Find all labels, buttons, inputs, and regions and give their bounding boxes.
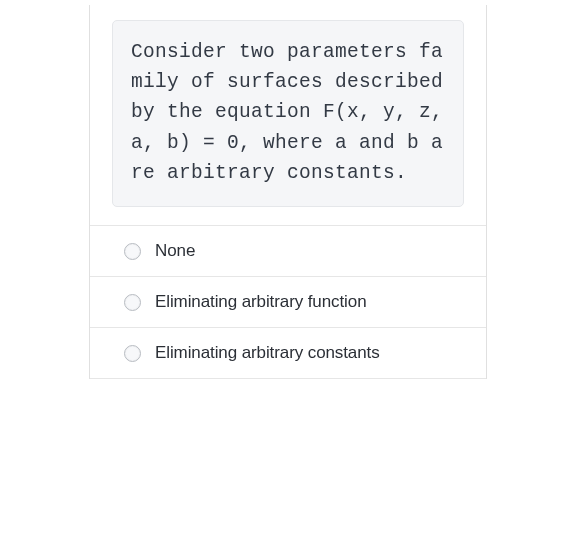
question-box: Consider two parameters family of surfac…	[112, 20, 464, 207]
radio-icon[interactable]	[124, 294, 141, 311]
option-label: Eliminating arbitrary constants	[155, 343, 380, 363]
option-row[interactable]: None	[90, 225, 486, 277]
option-row[interactable]: Eliminating arbitrary constants	[90, 327, 486, 379]
radio-icon[interactable]	[124, 243, 141, 260]
options-list: None Eliminating arbitrary function Elim…	[90, 225, 486, 379]
question-text: Consider two parameters family of surfac…	[131, 37, 445, 188]
option-label: Eliminating arbitrary function	[155, 292, 366, 312]
option-label: None	[155, 241, 195, 261]
question-card: Consider two parameters family of surfac…	[89, 5, 487, 379]
option-row[interactable]: Eliminating arbitrary function	[90, 276, 486, 328]
radio-icon[interactable]	[124, 345, 141, 362]
